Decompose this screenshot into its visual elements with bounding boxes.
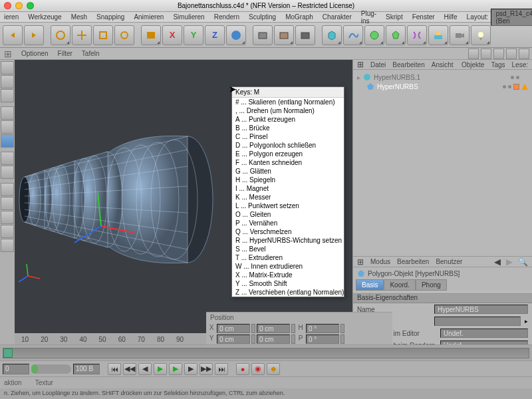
- popup-item[interactable]: X ... Matrix-Extrude: [232, 271, 344, 279]
- om-menu[interactable]: Ansicht: [432, 61, 454, 68]
- axis-mode[interactable]: [1, 89, 14, 102]
- goto-end-button[interactable]: ⏭: [215, 363, 228, 375]
- popup-item[interactable]: F ... Kanten schneiden: [232, 158, 344, 167]
- om-menu[interactable]: Bearbeiten: [392, 61, 424, 68]
- tag-icon[interactable]: [513, 84, 519, 90]
- modeling-tool[interactable]: [386, 25, 406, 45]
- menu-item[interactable]: Werkzeuge: [28, 13, 61, 21]
- shortcut-popup[interactable]: Keys: M # ... Skalieren (entlang Normale…: [231, 86, 344, 297]
- popup-item[interactable]: I ... Magnet: [232, 184, 344, 193]
- snap-settings[interactable]: [1, 197, 14, 210]
- search-icon[interactable]: 🔍: [518, 257, 528, 267]
- history-button[interactable]: [141, 25, 161, 45]
- spinner-icon[interactable]: [340, 334, 344, 344]
- prev-frame-button[interactable]: ◀: [138, 363, 152, 375]
- menu-item[interactable]: Snapping: [96, 13, 124, 21]
- size-y-input[interactable]: 0 cm: [257, 334, 290, 344]
- next-key-button[interactable]: ▶▶: [200, 363, 213, 375]
- camera-tool[interactable]: [450, 25, 469, 45]
- nav-back-icon[interactable]: ◀: [494, 257, 501, 267]
- range-slider[interactable]: [31, 364, 71, 374]
- workplane-mode[interactable]: [1, 166, 14, 179]
- vp-nav-icon[interactable]: [481, 49, 491, 59]
- vp-nav-icon[interactable]: [493, 49, 504, 59]
- popup-item[interactable]: C ... Pinsel: [232, 132, 344, 141]
- popup-item[interactable]: H ... Spiegeln: [232, 176, 344, 184]
- light-tool[interactable]: [471, 25, 491, 45]
- rotate-tool[interactable]: [114, 25, 134, 45]
- coord-system[interactable]: [226, 25, 246, 45]
- pos-y-input[interactable]: 0 cm: [217, 334, 250, 344]
- undo-button[interactable]: [3, 25, 23, 45]
- status-tab[interactable]: aktion: [4, 379, 22, 386]
- menu-item[interactable]: MoGraph: [285, 13, 313, 21]
- current-frame-input[interactable]: 0: [3, 364, 29, 374]
- om-menu[interactable]: Datei: [370, 61, 386, 68]
- object-hierarchy[interactable]: ▸ HyperNURBS.1 HyperNURBS: [353, 70, 532, 256]
- popup-item[interactable]: Z ... Verschieben (entlang Normalen): [232, 288, 344, 297]
- move-tool[interactable]: [72, 25, 92, 45]
- menu-item[interactable]: Charakter: [323, 13, 352, 21]
- axis-lock-x[interactable]: X: [162, 25, 182, 45]
- render-region[interactable]: [274, 25, 294, 45]
- popup-item[interactable]: T ... Extrudieren: [232, 253, 344, 262]
- goto-start-button[interactable]: ⏮: [108, 363, 121, 375]
- popup-item[interactable]: L ... Punktwert setzen: [232, 201, 344, 210]
- timeline-track[interactable]: [0, 344, 532, 360]
- vp-nav-icon[interactable]: [519, 49, 529, 59]
- spinner-icon[interactable]: [251, 324, 255, 333]
- popup-item[interactable]: R ... HyperNURBS-Wichtung setzen: [232, 236, 344, 245]
- nurbs-tool[interactable]: [364, 25, 384, 45]
- size-x-input[interactable]: 0 cm: [257, 324, 290, 333]
- tab-koord[interactable]: Koord.: [384, 279, 415, 291]
- redo-button[interactable]: [24, 25, 44, 45]
- popup-item[interactable]: , ... Drehen (um Normalen): [232, 106, 344, 115]
- spinner-icon[interactable]: [340, 324, 344, 333]
- render-view[interactable]: [253, 25, 273, 45]
- model-mode[interactable]: [1, 61, 14, 74]
- record-button[interactable]: ●: [236, 363, 249, 375]
- popup-item[interactable]: D ... Polygonloch schließen: [232, 141, 344, 150]
- visibility-select[interactable]: Undef.: [440, 329, 528, 338]
- timeline-playhead[interactable]: [3, 348, 13, 358]
- edge-mode[interactable]: [1, 120, 14, 134]
- popup-item[interactable]: K ... Messer: [232, 193, 344, 201]
- object-mode[interactable]: [1, 75, 14, 88]
- spline-tool[interactable]: [343, 25, 363, 45]
- axis-lock-y[interactable]: Y: [184, 25, 203, 45]
- axis-lock-z[interactable]: Z: [205, 25, 225, 45]
- vp-nav-icon[interactable]: [468, 49, 479, 59]
- nav-fwd-icon[interactable]: ▶: [506, 257, 513, 267]
- rot-h-input[interactable]: 0 °: [306, 324, 339, 333]
- polygon-mode[interactable]: [1, 134, 14, 148]
- attr-menu[interactable]: Bearbeiten: [397, 258, 429, 265]
- texture-mode[interactable]: [1, 152, 14, 165]
- popup-item[interactable]: P ... Vernähen: [232, 219, 344, 227]
- workplane[interactable]: [1, 225, 14, 238]
- popup-item[interactable]: E ... Polygon erzeugen: [232, 150, 344, 158]
- rot-p-input[interactable]: 0 °: [306, 334, 339, 344]
- render-settings[interactable]: [295, 25, 315, 45]
- attr-menu[interactable]: Modus: [370, 258, 390, 265]
- hierarchy-item[interactable]: ▸ HyperNURBS.1: [357, 72, 528, 82]
- menu-item[interactable]: Mesh: [71, 13, 87, 21]
- keyframe-button[interactable]: ◆: [267, 363, 280, 375]
- om-menu[interactable]: Tags: [491, 61, 505, 68]
- spinner-icon[interactable]: [291, 324, 295, 333]
- tab-phong[interactable]: Phong: [416, 279, 447, 291]
- popup-item[interactable]: # ... Skalieren (entlang Normalen): [232, 98, 344, 106]
- popup-item[interactable]: B ... Brücke: [232, 124, 344, 132]
- prev-key-button[interactable]: ◀◀: [123, 363, 136, 375]
- layout-dropdown[interactable]: psd_R14_c4d (Ben: [491, 9, 532, 26]
- point-mode[interactable]: [1, 106, 14, 120]
- mini-menu[interactable]: Optionen: [21, 50, 49, 57]
- attr-menu[interactable]: Benutzer: [436, 258, 462, 265]
- play-backward-button[interactable]: ▶: [169, 363, 182, 375]
- popup-item[interactable]: W ... Innen extrudieren: [232, 262, 344, 271]
- menu-item[interactable]: Plug-ins: [361, 10, 376, 25]
- primitive-cube[interactable]: [322, 25, 342, 45]
- play-forward-button[interactable]: ▶: [154, 363, 167, 375]
- menu-item[interactable]: Simulieren: [173, 13, 204, 21]
- range-end-input[interactable]: 100 B: [73, 364, 100, 374]
- menu-item[interactable]: Sculpting: [249, 13, 276, 21]
